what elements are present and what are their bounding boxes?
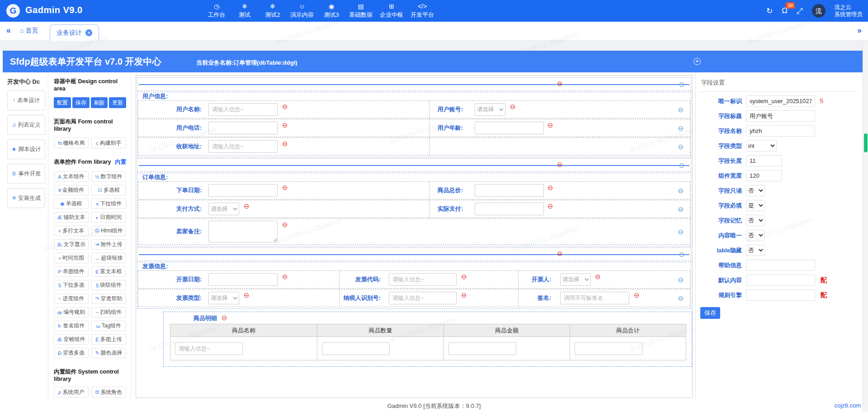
remove-row-icon[interactable] (678, 206, 684, 213)
seller-note-textarea[interactable] (208, 221, 278, 242)
invoice-date-input[interactable] (208, 273, 278, 286)
remove-field-icon[interactable] (461, 273, 467, 280)
address-input[interactable] (208, 140, 278, 153)
avatar[interactable]: 流 (812, 4, 826, 18)
remove-field-icon[interactable] (282, 221, 288, 228)
rule-engine-input[interactable] (746, 289, 815, 301)
component-width-input[interactable] (746, 170, 782, 181)
component-pierce-help[interactable]: ↷穿透帮助 (91, 294, 126, 304)
tabs-expand-icon[interactable]: » (857, 26, 862, 35)
product-name-input[interactable] (175, 342, 243, 355)
remove-field-icon[interactable] (244, 203, 250, 209)
remove-row-icon[interactable] (678, 143, 684, 150)
remove-row-icon[interactable] (679, 81, 684, 88)
sidebar-item-list-define[interactable]: ♫列表定义 (7, 115, 45, 135)
remove-field-icon[interactable] (282, 184, 288, 191)
remove-divider-icon[interactable] (557, 250, 563, 257)
component-number[interactable]: ½数字组件 (91, 171, 126, 182)
sidebar-item-form-design[interactable]: ↑表单设计 (7, 90, 45, 110)
component-build-assistant[interactable]: ς构建助手 (91, 137, 126, 148)
user-info[interactable]: 流之云 系统管理员 (835, 4, 863, 18)
component-scan-code[interactable]: ~扫码组件 (91, 307, 126, 317)
nav-item-dev-platform[interactable]: </> 开发平台 (407, 0, 438, 22)
product-qty-input[interactable] (322, 342, 390, 355)
component-checkbox[interactable]: ☑多选框 (91, 185, 126, 195)
remove-field-icon[interactable] (595, 273, 601, 280)
remove-row-icon[interactable] (679, 162, 684, 169)
sidebar-item-install-generate[interactable]: ✳安装生成 (7, 188, 45, 208)
component-system-role[interactable]: Θ系统角色 (91, 387, 126, 398)
help-info-input[interactable] (746, 260, 815, 271)
component-pierce-multiselect[interactable]: Ð穿透多选 (54, 348, 89, 358)
unique-id-input[interactable] (746, 95, 815, 107)
component-radio[interactable]: ◉单选框 (54, 199, 89, 209)
username-input[interactable] (208, 103, 278, 116)
order-date-input[interactable] (208, 184, 278, 197)
component-cascade[interactable]: §级联组件 (91, 280, 126, 290)
scrollbar-thumb[interactable] (864, 133, 868, 152)
remove-subtable-icon[interactable] (222, 314, 227, 321)
nav-item-enterprise-hub[interactable]: ⊞ 企业中枢 (376, 0, 407, 22)
remove-field-icon[interactable] (282, 140, 288, 147)
nav-item-test2[interactable]: ❄ 测试2 (259, 0, 287, 22)
remove-row-icon[interactable] (678, 228, 684, 235)
config-button[interactable]: 配置 (54, 97, 71, 108)
remove-row-icon[interactable] (678, 295, 684, 302)
nav-item-workbench[interactable]: ◷ 工作台 (203, 0, 231, 22)
remove-field-icon[interactable] (244, 292, 250, 298)
remove-divider-icon[interactable] (557, 161, 563, 168)
pay-method-select[interactable]: 请选择 (208, 203, 239, 215)
component-helper-text[interactable]: Æ辅助文本 (54, 212, 89, 223)
settings-save-button[interactable]: 保存 (700, 307, 720, 319)
content-unique-select[interactable]: 否 (746, 230, 765, 241)
refresh-button[interactable]: 刷新 (91, 97, 108, 108)
component-single-image[interactable]: P单图组件 (54, 266, 89, 277)
product-amount-input[interactable] (448, 342, 516, 355)
total-price-input[interactable] (475, 184, 544, 197)
remove-row-icon[interactable] (679, 251, 684, 258)
remove-field-icon[interactable] (510, 103, 516, 110)
remove-field-icon[interactable] (282, 122, 288, 128)
nav-item-test3[interactable]: ◉ 测试3 (317, 0, 345, 22)
component-datetime[interactable]: ◐日期时间 (91, 212, 126, 223)
invoice-code-input[interactable] (389, 273, 457, 286)
builtin-tag[interactable]: 内置 (115, 158, 126, 166)
field-title-input[interactable] (746, 110, 815, 122)
refresh-icon[interactable]: ↻ (766, 7, 773, 15)
remove-row-icon[interactable] (678, 276, 684, 283)
default-content-input[interactable] (746, 275, 815, 286)
component-number-rule[interactable]: œ编号规则 (54, 307, 89, 317)
tab-close-icon[interactable]: ✕ (85, 29, 92, 36)
save-button[interactable]: 保存 (72, 97, 90, 108)
remove-field-icon[interactable] (547, 184, 553, 191)
memory-select[interactable]: 否 (746, 215, 765, 226)
remove-row-icon[interactable] (678, 125, 684, 132)
age-input[interactable] (475, 122, 544, 134)
remove-field-icon[interactable] (547, 122, 553, 128)
remove-field-icon[interactable] (282, 103, 288, 110)
readonly-select[interactable]: 否 (746, 185, 765, 196)
sidebar-item-event-dev[interactable]: ♔事件开发 (7, 164, 45, 184)
component-richtext[interactable]: E富文本框 (91, 266, 126, 277)
dev-close-icon[interactable]: ✕ (693, 58, 701, 65)
remove-row-icon[interactable] (678, 106, 684, 113)
remove-field-icon[interactable] (547, 203, 553, 209)
component-html[interactable]: ⒼHtml组件 (91, 226, 126, 236)
label-hidden-select[interactable]: 否 (746, 245, 765, 256)
required-select[interactable]: 是 (746, 200, 765, 211)
remove-field-icon[interactable] (634, 292, 640, 298)
component-text[interactable]: A文本组件 (54, 171, 89, 182)
component-transfer[interactable]: Æ穿梭组件 (54, 334, 89, 345)
component-hyperlink[interactable]: ↔超级链接 (91, 253, 126, 263)
configure-button[interactable]: 配 (821, 291, 827, 299)
component-multiline-text[interactable]: =多行文本 (54, 226, 89, 236)
component-signature[interactable]: ⊱签名组件 (54, 321, 89, 331)
tax-id-input[interactable] (389, 292, 457, 304)
sidebar-item-script-design[interactable]: ★脚本设计 (7, 139, 45, 159)
tabs-collapse-icon[interactable]: « (6, 26, 11, 35)
nav-item-base-data[interactable]: ▤ 基础数据 (345, 0, 376, 22)
component-system-user[interactable]: ρ系统用户 (54, 387, 89, 398)
site-link[interactable]: cojz8.com (834, 402, 861, 409)
signature-input[interactable] (560, 292, 629, 304)
actual-pay-input[interactable] (475, 203, 544, 215)
